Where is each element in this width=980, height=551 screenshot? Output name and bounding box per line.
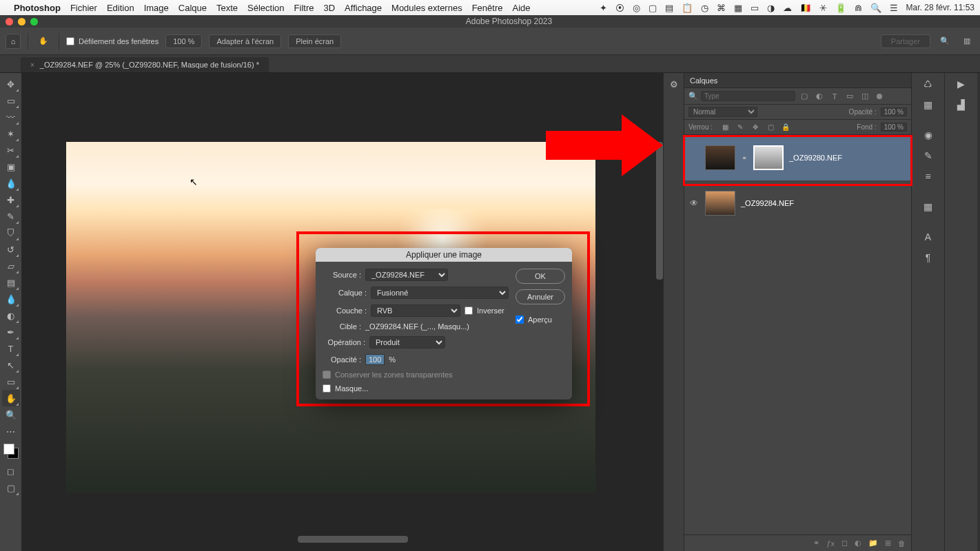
horizontal-scrollbar[interactable] [298, 536, 408, 543]
document-tab[interactable]: × _OZ99284.NEF @ 25% (_OZ99280.NEF, Masq… [21, 57, 269, 72]
menu-plugins[interactable]: Modules externes [391, 3, 462, 13]
lock-position-icon[interactable]: ✥ [750, 122, 761, 133]
share-button[interactable]: Partager [881, 34, 930, 48]
adjustments-icon[interactable]: ▦ [918, 96, 939, 113]
fill-value[interactable]: 100 % [881, 123, 907, 132]
menu-select[interactable]: Sélection [247, 3, 284, 13]
mask-input[interactable] [323, 384, 331, 393]
character-icon[interactable]: A [918, 229, 939, 245]
actions-icon[interactable]: ▶ [951, 76, 972, 92]
menubar-icon-clock[interactable]: ◷ [701, 3, 708, 13]
menubar-control-center-icon[interactable]: ☰ [890, 3, 898, 13]
wand-tool[interactable]: ✶ [2, 125, 20, 142]
menu-image[interactable]: Image [144, 3, 169, 13]
filter-smart-icon[interactable]: ◫ [859, 90, 871, 103]
filter-image-icon[interactable]: ▢ [798, 90, 810, 103]
cancel-button[interactable]: Annuler [515, 289, 565, 304]
filter-adjust-icon[interactable]: ◐ [813, 90, 826, 103]
heal-tool[interactable]: ✚ [2, 191, 20, 208]
layer-name[interactable]: _OZ99284.NEF [741, 199, 794, 207]
menubar-search-icon[interactable]: 🔍 [870, 3, 881, 13]
search-icon[interactable]: 🔍 [937, 34, 952, 49]
menubar-icon-app[interactable]: ◑ [767, 3, 775, 13]
eyedropper-tool[interactable]: 💧 [2, 175, 20, 191]
minimize-window-icon[interactable] [18, 18, 25, 25]
delete-icon[interactable]: 🗑 [898, 539, 906, 548]
menubar-icon-doc[interactable]: 📋 [682, 3, 693, 13]
properties-icon[interactable]: ⚙ [666, 76, 682, 92]
move-tool[interactable]: ✥ [2, 76, 20, 92]
zoom-100-button[interactable]: 100 % [165, 34, 202, 48]
channel-select[interactable]: RVB [371, 304, 460, 317]
home-button[interactable]: ⌂ [6, 34, 21, 49]
menu-layer[interactable]: Calque [178, 3, 207, 13]
gradient-tool[interactable]: ▤ [2, 274, 20, 291]
menubar-icon-plug1[interactable]: ⌘ [717, 3, 726, 13]
operation-select[interactable]: Produit [369, 336, 445, 349]
menubar-icon-rec[interactable]: ▢ [649, 3, 657, 13]
invert-input[interactable] [465, 306, 473, 315]
color-swatch[interactable] [3, 444, 19, 459]
preview-checkbox[interactable]: Aperçu [515, 315, 565, 324]
menubar-icon-2[interactable]: ⦿ [615, 3, 624, 13]
fg-color-icon[interactable] [3, 444, 14, 455]
opacity-input[interactable]: 100 [365, 354, 385, 365]
menubar-icon-display[interactable]: ▭ [751, 3, 759, 13]
dodge-tool[interactable]: ◐ [2, 307, 20, 324]
crop-tool[interactable]: ✂ [2, 142, 20, 158]
hand-tool-indicator[interactable]: ✋ [35, 33, 52, 50]
menubar-wifi-icon[interactable]: ⋒ [855, 3, 862, 13]
adjustment-icon[interactable]: ◐ [855, 539, 861, 548]
paragraph-icon[interactable]: ¶ [918, 249, 939, 266]
menubar-icon-cloud[interactable]: ☁ [783, 3, 792, 13]
quickmask-tool[interactable]: ◻ [2, 463, 20, 479]
menu-filter[interactable]: Filtre [294, 3, 314, 13]
menubar-bluetooth-icon[interactable]: ⚹ [819, 2, 827, 13]
menu-3d[interactable]: 3D [323, 3, 335, 13]
menubar-icon-stack[interactable]: ▤ [665, 3, 673, 13]
fit-screen-button[interactable]: Adapter à l'écran [209, 34, 281, 48]
menubar-flag-icon[interactable]: 🇧🇪 [800, 3, 811, 13]
layer-mask-thumbnail[interactable] [753, 145, 784, 170]
screenmode-tool[interactable]: ▢ [2, 479, 20, 496]
color-panel-icon[interactable]: ◉ [918, 127, 939, 143]
opacity-value[interactable]: 100 % [881, 107, 907, 116]
visibility-toggle[interactable]: 👁 [688, 198, 700, 208]
lock-all-icon[interactable]: 🔒 [780, 122, 791, 133]
new-layer-icon[interactable]: ⊞ [885, 539, 891, 548]
filter-toggle-icon[interactable] [877, 94, 882, 99]
menu-edit[interactable]: Edition [107, 3, 134, 13]
link-layers-icon[interactable]: ⚭ [813, 539, 819, 548]
menubar-icon-1[interactable]: ✦ [600, 3, 607, 13]
layer-filter-input[interactable] [701, 91, 795, 101]
more-tools[interactable]: ⋯ [2, 423, 20, 439]
eraser-tool[interactable]: ▱ [2, 258, 20, 274]
menu-window[interactable]: Fenêtre [472, 3, 503, 13]
frame-tool[interactable]: ▣ [2, 158, 20, 175]
menu-file[interactable]: Fichier [70, 3, 97, 13]
brushsettings-icon[interactable]: ≡ [918, 168, 939, 185]
mask-link-icon[interactable]: ⚭ [741, 154, 748, 162]
ok-button[interactable]: OK [515, 269, 565, 284]
workspace-icon[interactable]: ▥ [959, 34, 974, 49]
menubar-battery-icon[interactable]: 🔋 [835, 3, 846, 13]
close-window-icon[interactable] [6, 18, 13, 25]
menubar-icon-3[interactable]: ◎ [633, 3, 640, 13]
preview-input[interactable] [515, 315, 524, 324]
marquee-tool[interactable]: ▭ [2, 92, 20, 109]
menu-text[interactable]: Texte [216, 3, 238, 13]
maximize-window-icon[interactable] [30, 18, 38, 25]
brush-tool[interactable]: ✎ [2, 208, 20, 225]
blur-tool[interactable]: 💧 [2, 291, 20, 307]
menu-help[interactable]: Aide [512, 3, 530, 13]
path-tool[interactable]: ↖ [2, 357, 20, 373]
full-screen-button[interactable]: Plein écran [288, 34, 341, 48]
source-select[interactable]: _OZ99284.NEF [365, 269, 448, 281]
app-name[interactable]: Photoshop [14, 3, 61, 13]
layer-row-selected[interactable]: ⚭ _OZ99280.NEF [684, 135, 911, 180]
lock-pixel-icon[interactable]: ▦ [719, 122, 731, 133]
menubar-clock[interactable]: Mar. 28 févr. 11:53 [906, 3, 974, 12]
history-brush-tool[interactable]: ↺ [2, 241, 20, 258]
menubar-icon-plug2[interactable]: ▦ [734, 3, 742, 13]
layers-panel-tab[interactable]: Calques [690, 76, 717, 85]
